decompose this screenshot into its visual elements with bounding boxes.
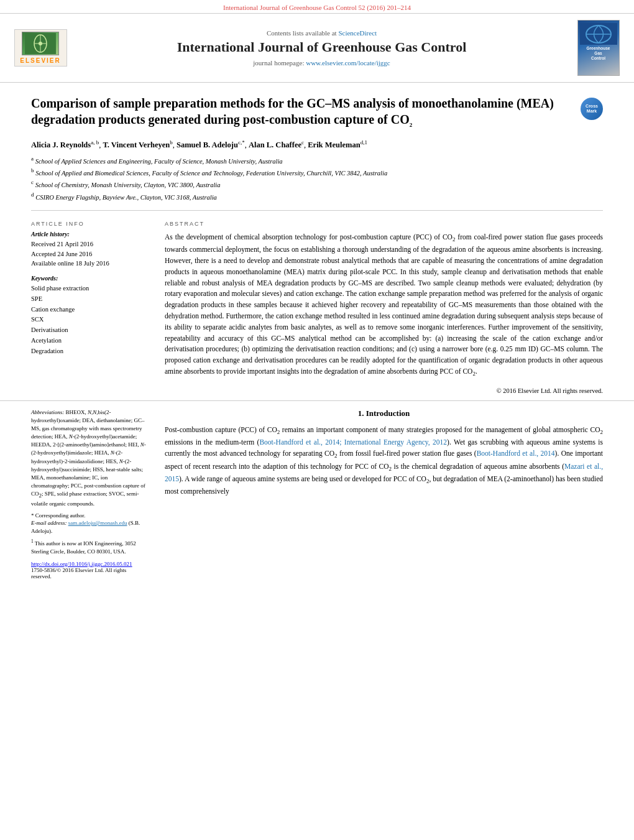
boothandford-link[interactable]: Boot-Handford et al., 2014; Internationa… <box>259 438 447 446</box>
authors-line: Alicia J. Reynoldsa, b, T. Vincent Verhe… <box>0 136 634 152</box>
journal-citation-banner: International Journal of Greenhouse Gas … <box>0 0 634 13</box>
article-title: Comparison of sample preparation methods… <box>31 95 574 129</box>
affil-c: c School of Chemistry, Monash University… <box>31 178 603 190</box>
affiliations-block: a School of Applied Sciences and Enginee… <box>0 152 634 205</box>
author-meuleman: Erik Meuleman <box>308 141 360 149</box>
contents-available-line: Contents lists available at ScienceDirec… <box>267 29 377 37</box>
abbreviations-label: Abbreviations: <box>31 409 65 415</box>
doi-line: http://dx.doi.org/10.1016/j.ijggc.2016.0… <box>31 561 146 567</box>
journal-header: ELSEVIER Contents lists available at Sci… <box>0 13 634 83</box>
svg-point-4 <box>39 42 42 45</box>
accepted-date: Accepted 24 June 2016 <box>31 249 146 259</box>
article-info-label: ARTICLE INFO <box>31 221 146 227</box>
footnote-1: 1 This author is now at ION Engineering,… <box>31 538 146 555</box>
received-date: Received 21 April 2016 <box>31 239 146 249</box>
bottom-section: Abbreviations: BHEOX, N,N,bis(2-hydroxet… <box>0 400 634 584</box>
journal-title-block: Contents lists available at ScienceDirec… <box>75 20 569 76</box>
author-reynolds: Alicia J. Reynolds <box>31 141 91 149</box>
abbreviations-block: Abbreviations: BHEOX, N,N,bis(2-hydroxet… <box>31 408 146 507</box>
section-divider <box>31 210 603 211</box>
available-date: Available online 18 July 2016 <box>31 259 146 269</box>
copyright-text: © 2016 Elsevier Ltd. All rights reserved… <box>497 387 603 394</box>
article-header: Comparison of sample preparation methods… <box>0 83 634 136</box>
page-container: International Journal of Greenhouse Gas … <box>0 0 634 584</box>
abstract-section-label: ABSTRACT <box>165 221 603 227</box>
article-info-abstract-section: ARTICLE INFO Article history: Received 2… <box>0 216 634 384</box>
introduction-text: Post-combustion capture (PCC) of CO2 rem… <box>165 425 603 497</box>
keyword-6: Acetylation <box>31 336 146 346</box>
journal-homepage-line: journal homepage: www.elsevier.com/locat… <box>253 59 390 67</box>
keywords-label: Keywords: <box>31 275 146 282</box>
history-label: Article history: <box>31 231 146 238</box>
footnotes-col: Abbreviations: BHEOX, N,N,bis(2-hydroxet… <box>31 406 146 579</box>
author-verheyen: T. Vincent Verheyen <box>103 141 170 149</box>
keyword-5: Derivatisation <box>31 325 146 336</box>
mazari-link[interactable]: Mazari et al., 2015 <box>165 463 603 482</box>
boothandford2-link[interactable]: Boot-Handford et al., 2014 <box>477 450 555 457</box>
journal-url[interactable]: www.elsevier.com/locate/ijggc <box>306 59 390 67</box>
crossmark-icon[interactable]: CrossMark <box>581 98 603 120</box>
author-adeloju: Samuel B. Adeloju <box>177 141 238 149</box>
keyword-3: Cation exchange <box>31 305 146 315</box>
abstract-col: ABSTRACT As the development of chemical … <box>165 221 603 379</box>
cover-title: Greenhouse Gas Control <box>587 46 610 60</box>
doi-link[interactable]: http://dx.doi.org/10.1016/j.ijggc.2016.0… <box>31 561 132 567</box>
issn-line: 1750-5836/© 2016 Elsevier Ltd. All right… <box>31 567 146 579</box>
affil-d: d CSIRO Energy Flagship, Bayview Ave., C… <box>31 191 603 202</box>
article-info-col: ARTICLE INFO Article history: Received 2… <box>31 221 146 379</box>
keyword-4: SCX <box>31 315 146 325</box>
cover-thumbnail: Greenhouse Gas Control <box>577 20 620 76</box>
sciencedirect-link[interactable]: ScienceDirect <box>338 29 377 37</box>
journal-title: International Journal of Greenhouse Gas … <box>177 39 467 55</box>
elsevier-logo: ELSEVIER <box>12 20 68 76</box>
introduction-heading: 1. Introduction <box>165 408 603 418</box>
keyword-7: Degradation <box>31 346 146 357</box>
email-link[interactable]: sam.adeloju@monash.edu <box>68 520 127 526</box>
introduction-col: 1. Introduction Post-combustion capture … <box>165 406 603 579</box>
affil-a: a School of Applied Sciences and Enginee… <box>31 155 603 166</box>
journal-citation-text: International Journal of Greenhouse Gas … <box>223 4 411 11</box>
keyword-1: Solid phase extraction <box>31 284 146 294</box>
author-chaffee: Alan L. Chaffee <box>249 141 301 149</box>
article-title-block: Comparison of sample preparation methods… <box>31 95 574 129</box>
crossmark-badge[interactable]: CrossMark <box>581 98 603 120</box>
affil-b: b School of Applied and Biomedical Scien… <box>31 167 603 178</box>
abstract-text: As the development of chemical absorptio… <box>165 232 603 379</box>
journal-cover-image: Greenhouse Gas Control <box>575 20 622 76</box>
corresponding-author: * Corresponding author. E-mail address: … <box>31 512 146 535</box>
copyright-line: © 2016 Elsevier Ltd. All rights reserved… <box>0 384 634 398</box>
keyword-2: SPE <box>31 294 146 305</box>
